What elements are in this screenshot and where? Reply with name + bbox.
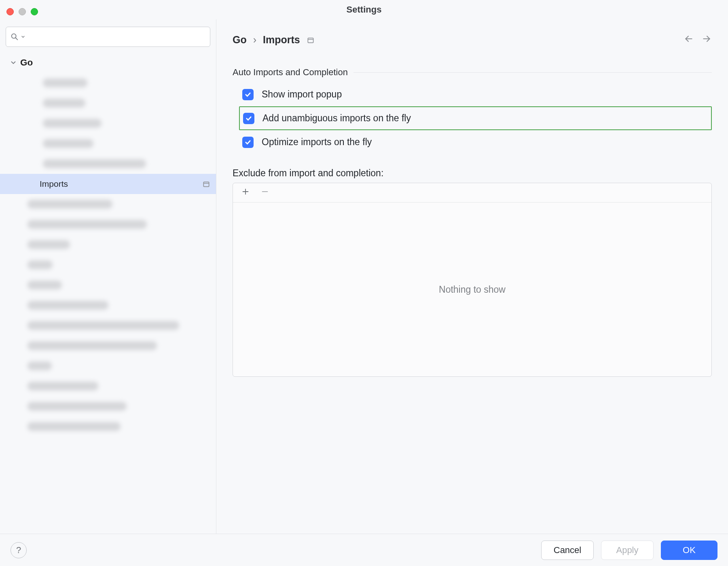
bottom-bar: ? Cancel Apply OK xyxy=(0,534,728,566)
redacted-list xyxy=(0,194,216,437)
exclude-listbox: Nothing to show xyxy=(233,183,712,377)
redacted-list xyxy=(0,73,216,174)
checkbox-show-import-popup[interactable]: Show import popup xyxy=(239,82,712,106)
search-icon xyxy=(10,32,19,41)
apply-button[interactable]: Apply xyxy=(601,541,654,560)
nav-arrows xyxy=(684,34,712,46)
settings-tree-sidebar: Go Imports xyxy=(0,19,216,534)
checkbox-icon xyxy=(243,113,254,124)
content-panel: Go › Imports Auto Imports and Completion xyxy=(216,19,728,534)
section-title: Auto Imports and Completion xyxy=(233,67,712,78)
cancel-button[interactable]: Cancel xyxy=(541,541,594,560)
titlebar: Settings xyxy=(0,0,728,19)
checkbox-icon xyxy=(242,137,254,148)
close-window-button[interactable] xyxy=(6,8,14,15)
svg-point-0 xyxy=(12,34,16,38)
tree-item-label: Imports xyxy=(40,179,68,189)
checkbox-label: Optimize imports on the fly xyxy=(262,137,372,148)
project-settings-icon xyxy=(307,36,315,44)
checkbox-add-unambiguous-imports[interactable]: Add unambiguous imports on the fly xyxy=(239,106,712,130)
checkbox-list: Show import popup Add unambiguous import… xyxy=(233,82,712,154)
svg-line-1 xyxy=(16,38,18,40)
button-label: OK xyxy=(683,545,696,555)
exclude-toolbar xyxy=(233,183,711,203)
ok-button[interactable]: OK xyxy=(661,541,717,560)
button-label: Cancel xyxy=(554,545,581,555)
svg-rect-4 xyxy=(308,38,313,43)
forward-button[interactable] xyxy=(701,34,712,46)
maximize-window-button[interactable] xyxy=(31,8,38,15)
search-input[interactable] xyxy=(6,27,210,47)
tree-item-imports[interactable]: Imports xyxy=(0,174,216,194)
project-settings-icon xyxy=(202,180,210,188)
breadcrumb-parent[interactable]: Go xyxy=(233,34,247,46)
tree-children: Imports xyxy=(0,73,216,194)
checkbox-label: Show import popup xyxy=(262,89,342,100)
back-button[interactable] xyxy=(684,34,694,46)
exclude-empty-state: Nothing to show xyxy=(233,203,711,376)
divider xyxy=(353,72,712,73)
tree-item-label: Go xyxy=(20,57,33,68)
breadcrumb: Go › Imports xyxy=(233,34,315,46)
help-icon: ? xyxy=(16,545,21,555)
breadcrumb-current: Imports xyxy=(263,34,300,46)
button-label: Apply xyxy=(616,545,638,555)
window-title: Settings xyxy=(347,4,382,15)
breadcrumb-separator: › xyxy=(253,34,256,46)
remove-button[interactable] xyxy=(260,187,269,198)
chevron-down-icon xyxy=(10,59,17,66)
add-button[interactable] xyxy=(241,187,250,198)
empty-state-text: Nothing to show xyxy=(439,284,506,295)
main-area: Go Imports xyxy=(0,19,728,534)
search-field[interactable] xyxy=(27,32,206,42)
search-wrap xyxy=(0,27,216,53)
section-title-text: Auto Imports and Completion xyxy=(233,67,348,78)
checkbox-optimize-imports[interactable]: Optimize imports on the fly xyxy=(239,130,712,154)
checkbox-label: Add unambiguous imports on the fly xyxy=(262,113,411,124)
svg-rect-2 xyxy=(203,182,209,187)
chevron-down-icon xyxy=(21,34,25,39)
minimize-window-button[interactable] xyxy=(19,8,26,15)
exclude-label: Exclude from import and completion: xyxy=(233,168,712,179)
checkbox-icon xyxy=(242,89,254,100)
help-button[interactable]: ? xyxy=(11,542,27,558)
tree-item-go[interactable]: Go xyxy=(0,53,216,73)
content-header: Go › Imports xyxy=(233,34,712,46)
window-controls xyxy=(6,8,38,15)
